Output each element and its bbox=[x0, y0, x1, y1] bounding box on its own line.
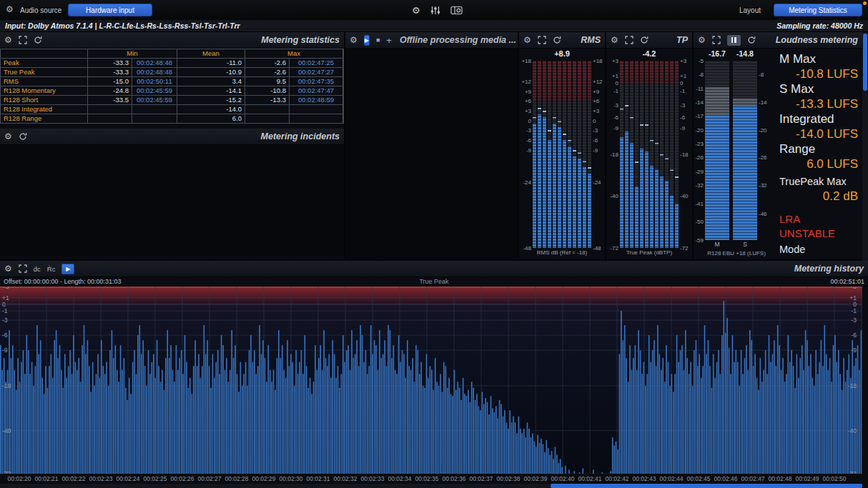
tp-reset-icon[interactable] bbox=[640, 36, 648, 44]
scale-tick: +18 bbox=[593, 58, 603, 64]
history-header: ⚙ ḋc Ṙc ▶ Metering history bbox=[0, 261, 868, 277]
history-range-mode-icon[interactable]: Ṙc bbox=[47, 265, 56, 273]
history-y-label: -1 bbox=[2, 307, 8, 314]
time-label: 00:02:47 bbox=[741, 475, 764, 482]
hardware-input-button[interactable]: Hardware input bbox=[68, 4, 152, 16]
time-label: 00:02:49 bbox=[795, 475, 819, 482]
stats-cell: 9.5 bbox=[245, 77, 290, 86]
stats-cell: R128 Integrated bbox=[1, 105, 88, 114]
scale-tick: -29 bbox=[695, 169, 704, 175]
tp-meter-body: +3+10-1-3-6-9-18-40-72 +3+10-1-3-6-9-18-… bbox=[606, 61, 692, 248]
offline-play-button[interactable]: ▶ bbox=[364, 35, 370, 46]
time-label: 00:02:46 bbox=[714, 475, 737, 482]
scale-tick: +3 bbox=[525, 108, 531, 114]
history-graph[interactable]: +3+3+1+100-1-1-3-3-6-6-9-9-18-18-40-40-7… bbox=[0, 287, 862, 474]
scale-tick: -1 bbox=[613, 88, 618, 94]
history-y-label: +3 bbox=[849, 287, 857, 290]
statistics-fullscreen-icon[interactable] bbox=[19, 36, 27, 44]
history-y-label: -9 bbox=[2, 347, 8, 354]
tp-fullscreen-icon[interactable] bbox=[625, 36, 633, 44]
scale-tick: +12 bbox=[521, 79, 531, 85]
statistics-settings-icon[interactable]: ⚙ bbox=[4, 36, 12, 44]
time-label: 00:02:33 bbox=[360, 475, 384, 482]
scale-tick: -32 bbox=[759, 182, 767, 189]
stats-cell: 00:02:47:27 bbox=[290, 68, 343, 77]
range-label: Range bbox=[779, 141, 858, 156]
stats-cell: -2.6 bbox=[245, 59, 290, 68]
scale-tick: -20 bbox=[759, 127, 767, 134]
loudness-channel-bar bbox=[705, 61, 729, 240]
offline-add-media-icon[interactable]: + bbox=[386, 36, 392, 45]
loudness-fullscreen-icon[interactable] bbox=[712, 36, 721, 44]
tp-settings-icon[interactable]: ⚙ bbox=[611, 36, 618, 44]
time-label: 00:02:29 bbox=[252, 475, 275, 482]
offline-stop-icon[interactable]: ■ bbox=[376, 36, 380, 44]
scale-tick: -48 bbox=[523, 245, 531, 252]
loudness-readout: M Max -10.8 LUFS S Max -13.3 LUFS Integr… bbox=[779, 49, 862, 259]
incidents-reset-icon[interactable] bbox=[19, 132, 27, 141]
stats-cell: Min bbox=[88, 49, 177, 59]
metering-statistics-button[interactable]: Metering Statistics bbox=[774, 4, 862, 16]
s-max-value: -13.3 LUFS bbox=[779, 96, 858, 111]
vertical-scrollbar-thumb[interactable] bbox=[863, 34, 867, 91]
rms-fullscreen-icon[interactable] bbox=[538, 36, 546, 44]
loudness-pause-button[interactable] bbox=[727, 35, 741, 46]
history-fullscreen-icon[interactable] bbox=[19, 264, 27, 273]
stats-cell: -10.9 bbox=[177, 68, 245, 77]
audio-source-settings-icon[interactable]: ⚙ bbox=[6, 4, 14, 14]
meter-channel-bar bbox=[543, 61, 546, 248]
history-info-bar: Offset: 00:00:00:00 - Length: 00:00:31:0… bbox=[0, 277, 868, 287]
loudness-scale-right: -8-14-20-26-32-46 bbox=[757, 61, 779, 240]
rms-reset-icon[interactable] bbox=[553, 36, 561, 44]
layout-label: Layout bbox=[739, 6, 761, 14]
history-settings-icon[interactable]: ⚙ bbox=[4, 264, 12, 273]
history-scrollbar-thumb[interactable] bbox=[551, 484, 862, 488]
time-label: 00:02:38 bbox=[496, 475, 520, 482]
mode-label: Mode bbox=[779, 242, 858, 257]
stats-cell: 3.4 bbox=[177, 77, 245, 86]
history-follow-button[interactable]: ▶ bbox=[61, 264, 74, 274]
tp-scale-right: +3+10-1-3-6-9-18-40-72 bbox=[679, 61, 691, 248]
global-toolbar-icons: ⚙ bbox=[412, 4, 463, 16]
tp-header: ⚙ TP bbox=[606, 32, 692, 49]
stats-cell: R128 Range bbox=[1, 114, 88, 124]
scale-tick: -17 bbox=[695, 113, 704, 119]
scale-tick: -8 bbox=[759, 71, 764, 78]
io-routing-icon[interactable] bbox=[450, 6, 463, 15]
stats-cell: True Peak bbox=[1, 68, 88, 77]
loudness-channel-bar bbox=[733, 61, 757, 240]
meter-channel-bar bbox=[558, 61, 561, 248]
stats-cell bbox=[88, 105, 132, 114]
loudness-metering-panel: ⚙ Loudness metering -16.7 -14.8 -5-8-11-… bbox=[694, 32, 862, 259]
history-y-label: -18 bbox=[2, 382, 11, 389]
meter-channel-bar bbox=[645, 61, 648, 248]
history-scrollbar[interactable] bbox=[0, 484, 862, 488]
mixer-sliders-icon[interactable] bbox=[430, 6, 440, 15]
offline-media-list bbox=[345, 49, 518, 259]
rms-settings-icon[interactable]: ⚙ bbox=[523, 36, 531, 44]
time-label: 00:02:37 bbox=[469, 475, 493, 482]
loudness-reset-icon[interactable] bbox=[747, 36, 756, 44]
scale-tick: -59 bbox=[695, 237, 704, 244]
history-curve-mode-icon[interactable]: ḋc bbox=[34, 265, 41, 273]
input-info-bar: Input: Dolby Atmos 7.1.4 | L-R-C-Lfe-Ls-… bbox=[0, 20, 868, 32]
statistics-reset-icon[interactable] bbox=[34, 36, 42, 44]
meter-channel-bar bbox=[548, 61, 551, 248]
tp-title: TP bbox=[676, 35, 688, 45]
loudness-settings-icon[interactable]: ⚙ bbox=[698, 36, 706, 44]
scale-tick: -40 bbox=[610, 193, 618, 199]
input-description: Input: Dolby Atmos 7.1.4 | L-R-C-Lfe-Ls-… bbox=[5, 21, 240, 30]
offline-settings-icon[interactable]: ⚙ bbox=[350, 36, 357, 44]
global-settings-icon[interactable]: ⚙ bbox=[412, 5, 420, 16]
scale-tick: -50 bbox=[695, 219, 704, 225]
truepeak-meter-panel: ⚙ TP -4.2 +3+10-1-3-6-9-18-40-72 +3+10-1… bbox=[606, 32, 692, 259]
tp-scale-left: +3+10-1-3-6-9-18-40-72 bbox=[607, 61, 620, 248]
meter-channel-bar bbox=[583, 61, 586, 248]
loudness-caption: R128 EBU +18 (LUFS) bbox=[694, 249, 779, 259]
m-max-label: M Max bbox=[779, 51, 858, 66]
scale-tick: -18 bbox=[610, 151, 618, 158]
incidents-settings-icon[interactable]: ⚙ bbox=[4, 132, 12, 141]
shortterm-bar-label: S bbox=[733, 241, 757, 249]
stats-cell: 00:02:48:48 bbox=[132, 68, 177, 77]
stats-cell: Peak bbox=[1, 59, 88, 68]
